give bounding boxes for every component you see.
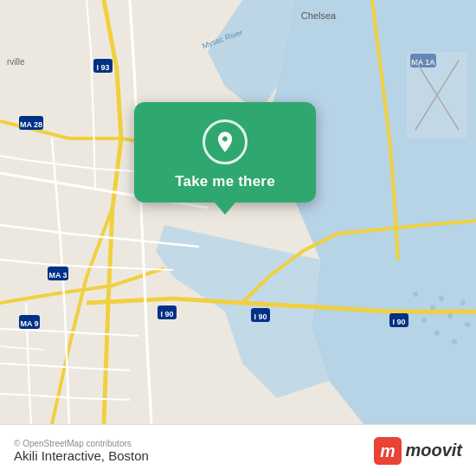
copyright-text: © OpenStreetMap contributors (14, 439, 149, 448)
svg-point-26 (460, 300, 466, 306)
svg-text:I 90: I 90 (160, 310, 173, 318)
svg-text:I 90: I 90 (392, 318, 405, 326)
svg-text:MA 28: MA 28 (20, 120, 42, 129)
moovit-text: moovit (405, 441, 462, 460)
svg-point-28 (452, 339, 457, 344)
location-icon-wrapper (203, 119, 248, 164)
svg-text:MA 9: MA 9 (20, 319, 38, 328)
svg-text:MA 3: MA 3 (48, 271, 67, 280)
moovit-brand-icon: m (374, 437, 402, 465)
app-name: Akili Interactive, Boston (14, 448, 149, 463)
moovit-logo: m moovit (374, 437, 462, 465)
svg-text:I 90: I 90 (254, 312, 267, 321)
map-container: I 93 MA 28 MA 3 MA 9 I 90 I 90 I 90 MA 1… (0, 0, 476, 424)
svg-text:Chelsea: Chelsea (301, 10, 337, 21)
svg-text:rville: rville (7, 57, 25, 67)
svg-text:m: m (381, 441, 396, 460)
take-me-there-button[interactable]: Take me there (175, 173, 275, 190)
popup-card: Take me there (134, 102, 316, 203)
svg-point-22 (421, 318, 427, 323)
svg-point-23 (439, 296, 444, 301)
location-pin-icon (213, 130, 237, 154)
svg-point-27 (465, 322, 470, 327)
svg-point-20 (413, 292, 418, 297)
svg-text:I 93: I 93 (96, 63, 109, 72)
svg-point-24 (447, 313, 453, 318)
footer-left: © OpenStreetMap contributors Akili Inter… (14, 439, 149, 463)
svg-point-21 (430, 305, 435, 310)
svg-point-25 (434, 331, 440, 336)
footer-bar: © OpenStreetMap contributors Akili Inter… (0, 424, 476, 476)
map-background: I 93 MA 28 MA 3 MA 9 I 90 I 90 I 90 MA 1… (0, 0, 476, 424)
